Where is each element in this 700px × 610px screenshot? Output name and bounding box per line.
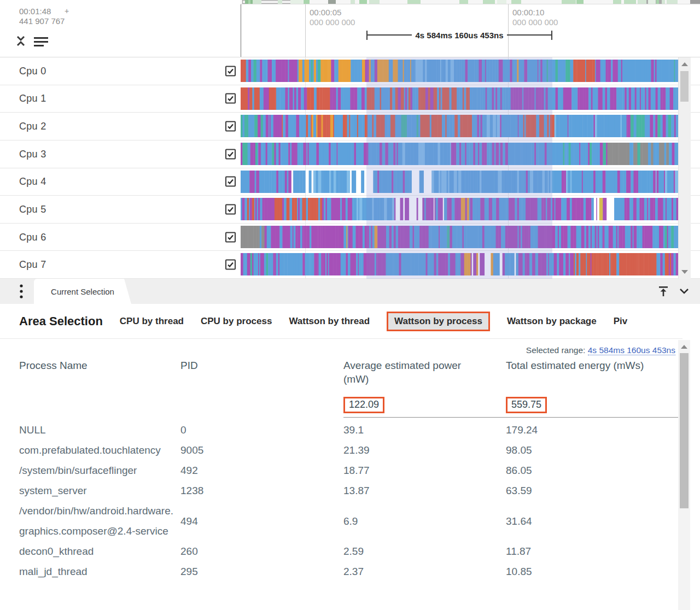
track-checkbox[interactable] xyxy=(225,93,236,104)
cpu-track-row: Cpu 5 xyxy=(0,196,700,224)
minimap-activity xyxy=(253,0,261,4)
minimap-activity xyxy=(483,0,495,4)
cell-avg-power: 13.87 xyxy=(343,480,506,501)
cell-total-energy: 11.87 xyxy=(506,541,678,561)
minimap-activity xyxy=(613,0,621,4)
scroll-up-icon[interactable] xyxy=(681,345,687,349)
cpu-track-row: Cpu 0 xyxy=(0,57,700,85)
page-title: Area Selection xyxy=(19,314,103,329)
area-selection-overlay[interactable] xyxy=(366,57,552,279)
minimap-activity xyxy=(359,0,366,4)
cell-total-energy: 31.64 xyxy=(506,511,678,531)
cpu-track-row: Cpu 3 xyxy=(0,140,700,168)
cell-avg-power: 18.77 xyxy=(343,460,506,480)
minimap-activity xyxy=(304,0,309,4)
collapse-tracks-icon[interactable] xyxy=(15,35,26,49)
track-label[interactable]: Cpu 0 xyxy=(19,65,46,77)
tab-wattson-by-process[interactable]: Wattson by process xyxy=(387,312,490,331)
track-checkbox[interactable] xyxy=(225,121,236,132)
cell-pid: 260 xyxy=(180,541,343,561)
minimap-activity xyxy=(662,0,664,4)
cell-pid: 492 xyxy=(180,460,343,480)
track-checkbox[interactable] xyxy=(225,204,236,214)
tab-wattson-by-package[interactable]: Wattson by package xyxy=(507,316,597,327)
tab-cpu-by-thread[interactable]: CPU by thread xyxy=(120,316,184,327)
cell-avg-power: 2.37 xyxy=(343,561,506,582)
tab-wattson-by-thread[interactable]: Wattson by thread xyxy=(289,316,370,327)
scroll-down-icon[interactable] xyxy=(681,270,688,274)
tab-cpu-by-process[interactable]: CPU by process xyxy=(201,316,272,327)
tab-piv[interactable]: Piv xyxy=(614,316,628,327)
column-header-pid: PID xyxy=(180,359,343,372)
timeline-ruler: 00:01:48441 907 767 + 00:00:05000 000 00… xyxy=(0,4,700,57)
track-label[interactable]: Cpu 3 xyxy=(19,148,46,160)
track-checkbox[interactable] xyxy=(225,177,236,187)
cell-pid: 0 xyxy=(180,420,343,440)
track-label[interactable]: Cpu 5 xyxy=(19,203,46,215)
minimap-activity xyxy=(562,0,576,4)
track-checkbox[interactable] xyxy=(225,260,236,270)
minimap-handle[interactable] xyxy=(690,0,700,4)
minimap-activity xyxy=(667,0,678,4)
minimap-handle[interactable] xyxy=(328,0,336,4)
cell-pid: 494 xyxy=(180,511,343,531)
minimap-activity xyxy=(511,0,521,4)
cpu-track-row: Cpu 6 xyxy=(0,224,700,251)
detail-panel: Area Selection CPU by threadCPU by proce… xyxy=(0,304,700,610)
minimap-activity xyxy=(407,0,421,4)
cell-process-name: /system/bin/surfaceflinger xyxy=(19,460,175,480)
track-label[interactable]: Cpu 7 xyxy=(19,259,46,271)
cell-process-name: /vendor/bin/hw/android.hardware.graphics… xyxy=(19,501,175,541)
table-header-row: Process Name PID Average estimated power… xyxy=(19,359,678,386)
track-label[interactable]: Cpu 1 xyxy=(19,93,46,104)
minimap-activity xyxy=(278,0,282,4)
minimap-activity xyxy=(351,0,355,4)
cell-avg-power: 21.39 xyxy=(343,440,506,460)
minimap-activity xyxy=(656,0,659,4)
cell-total-energy: 86.05 xyxy=(506,460,678,480)
filter-tracks-icon[interactable] xyxy=(34,37,48,49)
scroll-up-icon[interactable] xyxy=(681,62,688,66)
bottom-tab-strip: Current Selection xyxy=(0,279,700,304)
collapse-panel-icon[interactable] xyxy=(679,288,689,295)
scroll-thumb[interactable] xyxy=(680,353,689,508)
tab-current-selection-label: Current Selection xyxy=(51,287,114,296)
cpu-track-row: Cpu 1 xyxy=(0,85,700,113)
scroll-thumb[interactable] xyxy=(680,71,689,102)
total-energy-badge: 559.75 xyxy=(506,397,547,413)
area-selection-tab-bar: Area Selection CPU by threadCPU by proce… xyxy=(0,304,682,339)
cursor-plus-label: + xyxy=(65,7,69,15)
minimap-activity xyxy=(624,0,637,4)
cell-pid: 295 xyxy=(180,561,343,582)
detail-scrollbar[interactable] xyxy=(678,340,690,610)
cell-avg-power: 6.9 xyxy=(343,511,506,531)
tab-current-selection[interactable]: Current Selection xyxy=(34,279,131,304)
minimap-activity xyxy=(638,0,646,4)
cell-process-name: NULL xyxy=(19,420,175,440)
time-tick-label: 00:00:05000 000 000 xyxy=(310,8,355,27)
track-label[interactable]: Cpu 2 xyxy=(19,121,46,132)
timeline-origin-line xyxy=(241,4,241,57)
cell-total-energy: 63.59 xyxy=(506,480,678,501)
track-checkbox[interactable] xyxy=(225,66,236,76)
table-totals-row: 122.09 559.75 xyxy=(19,396,678,418)
track-label[interactable]: Cpu 6 xyxy=(19,231,46,243)
selected-range-link[interactable]: 4s 584ms 160us 453ns xyxy=(588,345,675,355)
tab-menu-icon[interactable] xyxy=(14,279,28,304)
tracks-scrollbar[interactable] xyxy=(678,57,691,279)
cpu-track-row: Cpu 4 xyxy=(0,168,700,196)
timeline-minimap[interactable] xyxy=(241,0,700,4)
selected-range: Selected range: 4s 584ms 160us 453ns xyxy=(526,345,675,355)
cell-pid: 9005 xyxy=(180,440,343,460)
selection-duration-label: 4s 584ms 160us 453ns xyxy=(412,31,508,40)
track-checkbox[interactable] xyxy=(225,149,236,159)
track-checkbox[interactable] xyxy=(225,232,236,242)
cell-process-name: com.prefabulated.touchlatency xyxy=(19,440,175,460)
cpu-track-row: Cpu 2 xyxy=(0,113,700,140)
dock-to-top-icon[interactable] xyxy=(657,285,669,297)
track-area: Cpu 0Cpu 1Cpu 2Cpu 3Cpu 4Cpu 5Cpu 6Cpu 7 xyxy=(0,57,700,279)
track-label[interactable]: Cpu 4 xyxy=(19,176,46,187)
column-header-avg-power: Average estimated power (mW) xyxy=(343,359,472,386)
minimap-activity xyxy=(648,0,656,4)
time-tick-line xyxy=(305,4,306,57)
